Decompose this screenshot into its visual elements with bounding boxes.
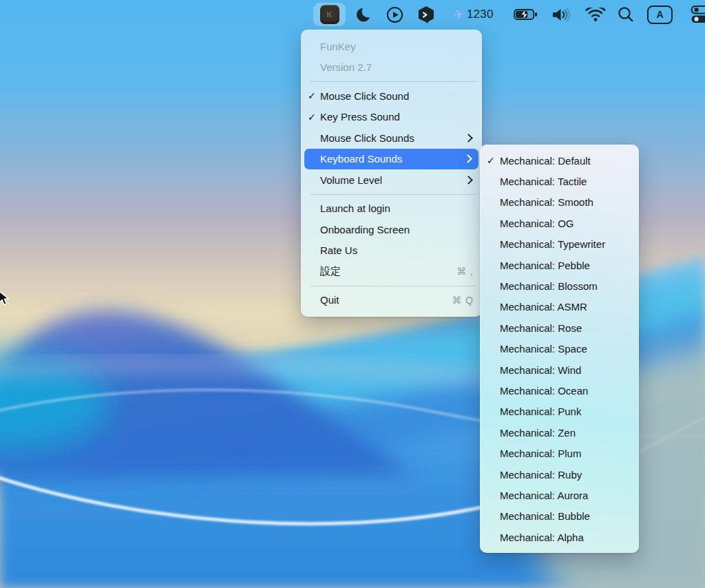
submenu-item-mechanical-blossom[interactable]: Mechanical: Blossom (480, 275, 639, 296)
submenu-item-label: Mechanical: Pebble (500, 260, 590, 271)
app-name-label: FunKey (320, 41, 356, 52)
submenu-item-label: Mechanical: ASMR (500, 301, 587, 313)
funkey-menu: FunKey Version 2.7 ✓ Mouse Click Sound ✓… (301, 30, 482, 317)
submenu-item-mechanical-zen[interactable]: Mechanical: Zen (480, 422, 639, 443)
submenu-item-mechanical-default[interactable]: ✓ Mechanical: Default (480, 150, 639, 171)
submenu-item-label: Mechanical: Space (500, 343, 587, 355)
volume-icon[interactable] (552, 0, 572, 29)
submenu-item-mechanical-plum[interactable]: Mechanical: Plum (480, 443, 639, 463)
toggles-icon[interactable] (691, 0, 705, 29)
chevron-right-icon (464, 176, 473, 185)
chevron-right-icon (463, 154, 472, 163)
hexagon-chat-icon[interactable] (417, 0, 435, 29)
submenu-item-mechanical-alpha[interactable]: Mechanical: Alpha (480, 527, 639, 547)
menu-item-rate-us[interactable]: Rate Us (301, 240, 482, 262)
menu-item-launch-at-login[interactable]: Launch at login (301, 198, 482, 220)
submenu-item-label: Mechanical: Ruby (500, 469, 582, 481)
menu-item-keyboard-sounds[interactable]: Keyboard Sounds (304, 149, 478, 170)
funkey-keycap-icon: K (320, 5, 339, 24)
submenu-item-mechanical-space[interactable]: Mechanical: Space (480, 339, 639, 359)
menu-item-label: 設定 (320, 265, 341, 278)
submenu-item-label: Mechanical: Alpha (500, 532, 584, 543)
submenu-item-label: Mechanical: Punk (500, 406, 581, 417)
submenu-item-label: Mechanical: Tactile (500, 176, 587, 187)
mouse-cursor (0, 290, 12, 308)
menu-separator (311, 194, 476, 195)
checkmark-icon: ✓ (308, 90, 319, 101)
submenu-item-mechanical-bubble[interactable]: Mechanical: Bubble (480, 506, 639, 527)
submenu-item-mechanical-rose[interactable]: Mechanical: Rose (480, 317, 639, 338)
submenu-item-mechanical-ocean[interactable]: Mechanical: Ocean (480, 380, 639, 401)
keyboard-sounds-submenu: ✓ Mechanical: Default Mechanical: Tactil… (480, 145, 639, 553)
menu-item-volume-level[interactable]: Volume Level (301, 169, 482, 191)
submenu-item-label: Mechanical: Rose (500, 322, 582, 334)
menu-item-label: Keyboard Sounds (320, 153, 402, 165)
submenu-item-label: Mechanical: Smooth (500, 196, 593, 208)
submenu-item-mechanical-og[interactable]: Mechanical: OG (480, 213, 639, 233)
submenu-item-label: Mechanical: Ocean (500, 385, 588, 397)
battery-charging-icon[interactable] (514, 0, 539, 29)
menu-item-mouse-click-sounds[interactable]: Mouse Click Sounds (301, 127, 482, 149)
menu-separator (311, 81, 476, 82)
submenu-item-label: Mechanical: Typewriter (500, 238, 605, 250)
submenu-item-mechanical-wind[interactable]: Mechanical: Wind (480, 359, 639, 380)
menu-item-label: Volume Level (320, 174, 382, 186)
submenu-item-label: Mechanical: Zen (500, 427, 576, 439)
shortcut-label: ⌘ Q (452, 295, 474, 306)
submenu-item-mechanical-ruby[interactable]: Mechanical: Ruby (480, 464, 639, 485)
search-icon[interactable] (618, 0, 634, 29)
menu-item-settings[interactable]: 設定 ⌘ , (301, 261, 482, 282)
submenu-item-mechanical-smooth[interactable]: Mechanical: Smooth (480, 192, 639, 213)
input-source-label: A (647, 6, 673, 24)
menu-header-app-name: FunKey (301, 36, 482, 57)
checkmark-icon: ✓ (308, 112, 319, 123)
wifi-icon[interactable] (585, 0, 606, 29)
play-circle-icon[interactable] (386, 0, 403, 29)
menu-bar: K ✈ 1230 (0, 0, 705, 29)
funkey-app-icon[interactable]: K (313, 3, 346, 26)
submenu-item-mechanical-typewriter[interactable]: Mechanical: Typewriter (480, 234, 639, 255)
menu-item-label: Mouse Click Sound (320, 90, 409, 102)
menu-item-quit[interactable]: Quit ⌘ Q (301, 290, 482, 311)
submenu-item-label: Mechanical: OG (500, 218, 574, 229)
flight-status-item[interactable]: ✈ 1230 (453, 0, 494, 29)
submenu-item-label: Mechanical: Aurora (500, 490, 588, 501)
submenu-item-mechanical-pebble[interactable]: Mechanical: Pebble (480, 255, 639, 275)
input-source-icon[interactable]: A (647, 0, 673, 29)
submenu-item-mechanical-punk[interactable]: Mechanical: Punk (480, 401, 639, 422)
submenu-item-label: Mechanical: Wind (500, 364, 581, 376)
menu-item-label: Key Press Sound (320, 111, 400, 123)
submenu-item-label: Mechanical: Default (500, 155, 591, 167)
menu-item-onboarding-screen[interactable]: Onboarding Screen (301, 219, 482, 240)
menu-item-key-press-sound[interactable]: ✓ Key Press Sound (301, 107, 482, 128)
status-number: 1230 (467, 8, 494, 21)
chevron-right-icon (464, 134, 473, 143)
menu-item-label: Launch at login (320, 202, 390, 214)
shortcut-label: ⌘ , (456, 266, 474, 277)
checkmark-icon: ✓ (487, 155, 498, 166)
submenu-item-label: Mechanical: Plum (500, 448, 581, 459)
menu-item-label: Onboarding Screen (320, 224, 410, 235)
menu-item-label: Quit (320, 294, 339, 306)
menu-separator (311, 286, 476, 286)
submenu-item-mechanical-aurora[interactable]: Mechanical: Aurora (480, 485, 639, 505)
moon-icon[interactable] (356, 0, 372, 29)
submenu-item-label: Mechanical: Blossom (500, 280, 598, 292)
airplane-icon: ✈ (452, 6, 465, 23)
menu-header-version: Version 2.7 (301, 57, 482, 78)
version-label: Version 2.7 (320, 61, 372, 73)
menu-item-label: Rate Us (320, 244, 357, 256)
menu-item-label: Mouse Click Sounds (320, 132, 414, 144)
menu-item-mouse-click-sound[interactable]: ✓ Mouse Click Sound (301, 85, 482, 107)
submenu-item-label: Mechanical: Bubble (500, 510, 590, 522)
submenu-item-mechanical-asmr[interactable]: Mechanical: ASMR (480, 297, 639, 317)
submenu-item-mechanical-tactile[interactable]: Mechanical: Tactile (480, 171, 639, 191)
